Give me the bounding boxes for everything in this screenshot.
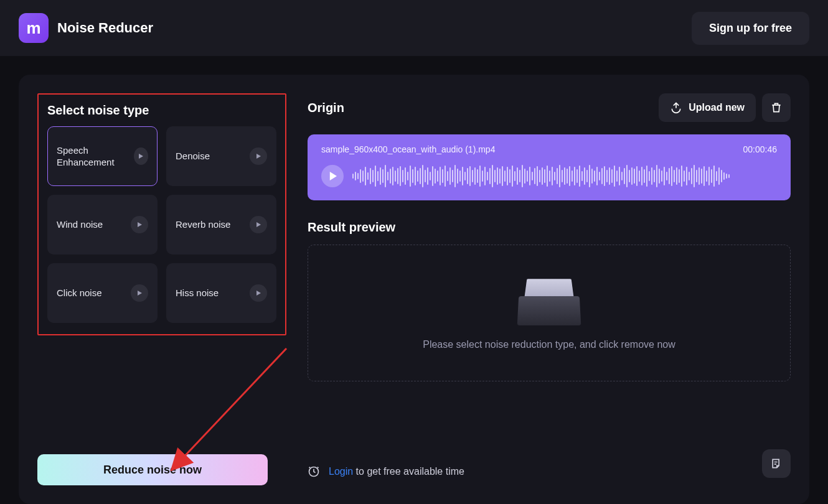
noise-type-wind-noise[interactable]: Wind noise [47, 195, 158, 254]
play-icon[interactable] [250, 284, 267, 302]
noise-type-denoise[interactable]: Denoise [166, 126, 276, 186]
origin-title: Origin [308, 101, 344, 115]
footer-text: to get free available time [353, 466, 464, 477]
noise-type-hiss-noise[interactable]: Hiss noise [166, 263, 276, 323]
upload-icon [670, 101, 682, 114]
svg-line-7 [181, 348, 286, 460]
audio-waveform[interactable] [352, 163, 777, 189]
result-preview-title: Result preview [308, 220, 791, 235]
noise-type-reverb-noise[interactable]: Reverb noise [166, 195, 276, 254]
noise-type-label: Wind noise [57, 218, 103, 231]
play-icon[interactable] [134, 147, 148, 165]
right-column: Origin Upload new [308, 93, 791, 485]
svg-marker-8 [330, 172, 337, 180]
svg-marker-0 [139, 154, 143, 159]
noise-type-title: Select noise type [47, 103, 276, 118]
header-left: m Noise Reducer [19, 13, 153, 43]
reduce-noise-button[interactable]: Reduce noise now [37, 454, 268, 485]
svg-marker-5 [256, 291, 261, 296]
audio-play-button[interactable] [321, 165, 344, 187]
trash-icon [770, 101, 783, 114]
noise-type-label: Click noise [57, 287, 102, 299]
noise-type-speech-enhancement[interactable]: Speech Enhancement [47, 126, 158, 186]
header: m Noise Reducer Sign up for free [0, 0, 828, 56]
app-title: Noise Reducer [57, 20, 153, 36]
empty-inbox-icon [518, 276, 580, 325]
result-preview-box: Please select noise reduction type, and … [308, 245, 791, 381]
play-icon[interactable] [131, 216, 148, 233]
svg-marker-2 [138, 222, 142, 227]
upload-new-button[interactable]: Upload new [659, 93, 756, 122]
origin-audio-panel: sample_960x400_ocean_with_audio (1).mp4 … [308, 134, 791, 200]
app-logo: m [19, 13, 49, 43]
noise-type-panel: Select noise type Speech Enhancement Den… [37, 93, 286, 335]
svg-marker-1 [256, 154, 261, 159]
svg-marker-4 [138, 291, 142, 296]
play-icon[interactable] [250, 216, 267, 233]
left-column: Select noise type Speech Enhancement Den… [37, 93, 286, 485]
play-icon [328, 172, 337, 180]
noise-type-label: Denoise [176, 150, 210, 162]
clock-icon [308, 465, 320, 478]
svg-marker-3 [256, 222, 261, 227]
main-card: Select noise type Speech Enhancement Den… [19, 75, 809, 504]
note-icon [770, 457, 783, 470]
feedback-button[interactable] [762, 449, 791, 478]
footer-row: Login to get free available time [308, 465, 791, 478]
noise-type-label: Speech Enhancement [57, 144, 134, 169]
login-link[interactable]: Login [329, 466, 353, 477]
sign-up-button[interactable]: Sign up for free [692, 12, 809, 45]
play-icon[interactable] [250, 147, 267, 165]
noise-type-label: Hiss noise [176, 287, 219, 299]
noise-type-click-noise[interactable]: Click noise [47, 263, 158, 323]
delete-button[interactable] [762, 93, 791, 122]
audio-filename: sample_960x400_ocean_with_audio (1).mp4 [321, 144, 495, 154]
upload-new-label: Upload new [689, 102, 745, 113]
noise-type-label: Reverb noise [176, 218, 230, 231]
noise-type-grid: Speech Enhancement Denoise Wind noise Re… [47, 126, 276, 323]
result-placeholder-text: Please select noise reduction type, and … [423, 339, 675, 350]
play-icon[interactable] [131, 284, 148, 302]
audio-duration: 00:00:46 [743, 144, 778, 154]
